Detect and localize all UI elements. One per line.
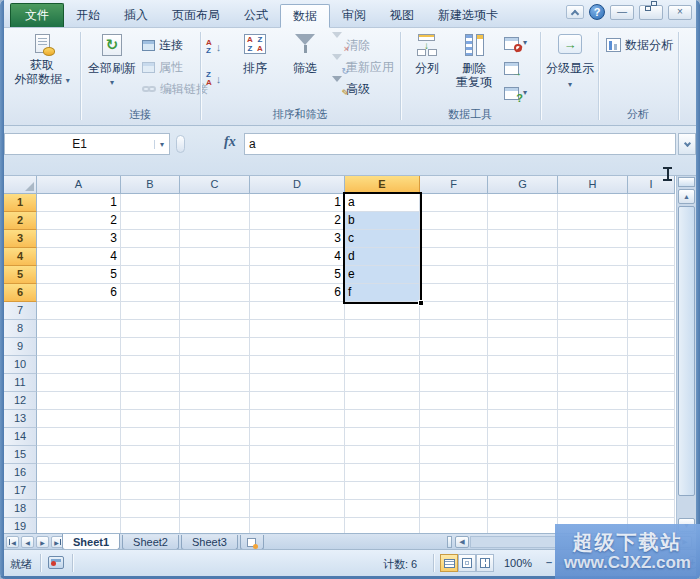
cell-I9[interactable] <box>628 338 675 356</box>
text-to-columns-button[interactable]: ↓ 分列 <box>407 34 447 75</box>
row-header-19[interactable]: 19 <box>4 518 37 533</box>
cell-G10[interactable] <box>488 356 558 374</box>
cell-D5[interactable]: 5 <box>250 266 345 284</box>
sort-button[interactable]: AZ ZA 排序 <box>233 34 277 75</box>
cell-H6[interactable] <box>558 284 628 302</box>
name-box-dropdown-icon[interactable]: ▾ <box>154 140 169 149</box>
cell-H8[interactable] <box>558 320 628 338</box>
scroll-up-icon[interactable]: ▲ <box>678 189 695 204</box>
cell-A10[interactable] <box>37 356 121 374</box>
cell-A19[interactable] <box>37 518 121 533</box>
column-header-D[interactable]: D <box>250 176 345 194</box>
cell-H3[interactable] <box>558 230 628 248</box>
cell-D19[interactable] <box>250 518 345 533</box>
cell-G7[interactable] <box>488 302 558 320</box>
cell-A1[interactable]: 1 <box>37 194 121 212</box>
tab-insert[interactable]: 插入 <box>112 3 160 27</box>
cell-F19[interactable] <box>420 518 488 533</box>
cell-F8[interactable] <box>420 320 488 338</box>
cell-D18[interactable] <box>250 500 345 518</box>
cell-A16[interactable] <box>37 464 121 482</box>
cell-C9[interactable] <box>180 338 250 356</box>
cell-D7[interactable] <box>250 302 345 320</box>
connections-button[interactable]: 连接 <box>142 36 183 54</box>
cell-G6[interactable] <box>488 284 558 302</box>
cell-E7[interactable] <box>345 302 420 320</box>
cell-H16[interactable] <box>558 464 628 482</box>
cell-E11[interactable] <box>345 374 420 392</box>
cell-D12[interactable] <box>250 392 345 410</box>
cell-I18[interactable] <box>628 500 675 518</box>
cell-F7[interactable] <box>420 302 488 320</box>
cell-C10[interactable] <box>180 356 250 374</box>
cell-H2[interactable] <box>558 212 628 230</box>
cell-D3[interactable]: 3 <box>250 230 345 248</box>
cell-A3[interactable]: 3 <box>37 230 121 248</box>
cell-G1[interactable] <box>488 194 558 212</box>
cell-H14[interactable] <box>558 428 628 446</box>
row-header-1[interactable]: 1 <box>4 194 37 212</box>
cell-E15[interactable] <box>345 446 420 464</box>
cell-E6[interactable]: f <box>345 284 420 302</box>
cell-C7[interactable] <box>180 302 250 320</box>
data-validation-button[interactable]: ▾ <box>504 34 527 52</box>
cell-E4[interactable]: d <box>345 248 420 266</box>
formula-input[interactable]: a <box>244 133 676 155</box>
cell-E16[interactable] <box>345 464 420 482</box>
cell-E1[interactable]: a <box>345 194 420 212</box>
cell-A5[interactable]: 5 <box>37 266 121 284</box>
cell-B12[interactable] <box>121 392 180 410</box>
cell-E17[interactable] <box>345 482 420 500</box>
cell-I15[interactable] <box>628 446 675 464</box>
sheet-tab-sheet3[interactable]: Sheet3 <box>181 535 238 550</box>
cell-I8[interactable] <box>628 320 675 338</box>
cell-I6[interactable] <box>628 284 675 302</box>
cell-H5[interactable] <box>558 266 628 284</box>
row-header-8[interactable]: 8 <box>4 320 37 338</box>
cell-I13[interactable] <box>628 410 675 428</box>
insert-worksheet-button[interactable] <box>240 535 264 550</box>
cell-H13[interactable] <box>558 410 628 428</box>
cell-F4[interactable] <box>420 248 488 266</box>
cell-B5[interactable] <box>121 266 180 284</box>
column-header-H[interactable]: H <box>558 176 628 194</box>
row-header-14[interactable]: 14 <box>4 428 37 446</box>
cell-D9[interactable] <box>250 338 345 356</box>
cell-H12[interactable] <box>558 392 628 410</box>
cell-D1[interactable]: 1 <box>250 194 345 212</box>
group-label-analysis[interactable]: 分析 <box>598 107 678 122</box>
cell-D16[interactable] <box>250 464 345 482</box>
cell-A14[interactable] <box>37 428 121 446</box>
cell-C1[interactable] <box>180 194 250 212</box>
zoom-out-icon[interactable]: – <box>543 557 555 569</box>
cell-G15[interactable] <box>488 446 558 464</box>
cell-B4[interactable] <box>121 248 180 266</box>
cell-E5[interactable]: e <box>345 266 420 284</box>
cell-F17[interactable] <box>420 482 488 500</box>
cell-H18[interactable] <box>558 500 628 518</box>
cell-C12[interactable] <box>180 392 250 410</box>
previous-sheet-icon[interactable]: ◀ <box>21 536 34 548</box>
scroll-left-icon[interactable]: ◀ <box>455 536 469 548</box>
tab-view[interactable]: 视图 <box>378 3 426 27</box>
cell-B2[interactable] <box>121 212 180 230</box>
next-sheet-icon[interactable]: ▶ <box>36 536 49 548</box>
cell-D14[interactable] <box>250 428 345 446</box>
cell-B18[interactable] <box>121 500 180 518</box>
cell-I11[interactable] <box>628 374 675 392</box>
normal-view-button[interactable] <box>440 554 458 572</box>
cell-E8[interactable] <box>345 320 420 338</box>
formula-bar-splitter[interactable] <box>176 135 185 153</box>
cell-A13[interactable] <box>37 410 121 428</box>
cell-G11[interactable] <box>488 374 558 392</box>
vertical-split-handle[interactable] <box>678 177 695 187</box>
restore-button[interactable] <box>639 5 663 20</box>
cell-I7[interactable] <box>628 302 675 320</box>
cell-C4[interactable] <box>180 248 250 266</box>
cell-C8[interactable] <box>180 320 250 338</box>
collapse-ribbon-icon[interactable] <box>566 5 584 19</box>
cell-H7[interactable] <box>558 302 628 320</box>
cell-G8[interactable] <box>488 320 558 338</box>
cell-F10[interactable] <box>420 356 488 374</box>
cell-G4[interactable] <box>488 248 558 266</box>
